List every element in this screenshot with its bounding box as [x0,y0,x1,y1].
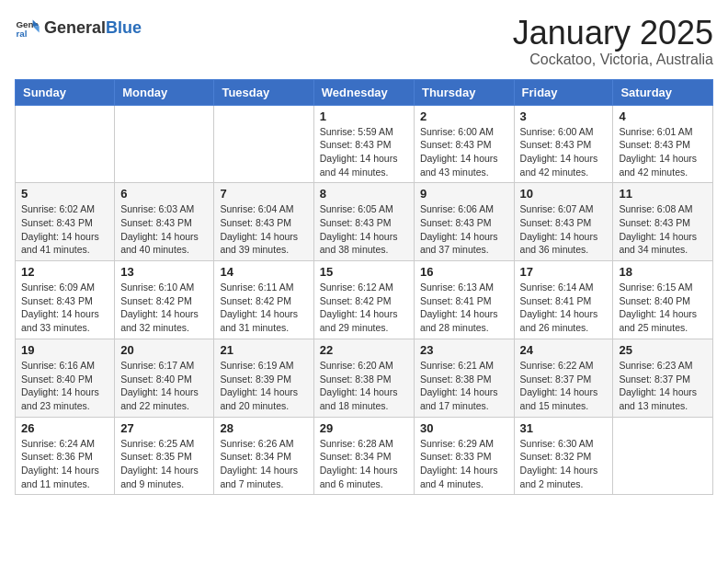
day-number: 13 [120,265,208,279]
day-info: Sunrise: 6:12 AM Sunset: 8:42 PM Dayligh… [320,281,408,335]
day-number: 20 [120,343,208,357]
day-info: Sunrise: 6:24 AM Sunset: 8:36 PM Dayligh… [21,437,108,491]
day-number: 8 [320,187,408,201]
day-info: Sunrise: 6:01 AM Sunset: 8:43 PM Dayligh… [619,125,707,179]
day-info: Sunrise: 6:16 AM Sunset: 8:40 PM Dayligh… [21,359,108,413]
day-info: Sunrise: 6:06 AM Sunset: 8:43 PM Dayligh… [420,202,508,257]
calendar-cell: 12Sunrise: 6:09 AM Sunset: 8:43 PM Dayli… [16,261,115,339]
calendar-cell: 4Sunrise: 6:01 AM Sunset: 8:43 PM Daylig… [613,105,713,183]
day-number: 6 [120,187,208,201]
day-info: Sunrise: 6:11 AM Sunset: 8:42 PM Dayligh… [220,281,307,335]
day-header-thursday: Thursday [414,79,514,105]
day-number: 29 [320,421,408,435]
day-header-saturday: Saturday [613,79,713,105]
day-number: 7 [220,187,307,201]
day-header-row: SundayMondayTuesdayWednesdayThursdayFrid… [16,79,713,105]
calendar-week-1: 1Sunrise: 5:59 AM Sunset: 8:43 PM Daylig… [16,105,713,183]
day-info: Sunrise: 6:00 AM Sunset: 8:43 PM Dayligh… [520,125,608,179]
calendar-cell: 31Sunrise: 6:30 AM Sunset: 8:32 PM Dayli… [514,417,613,495]
logo-icon: Gene ral [15,15,40,40]
day-number: 23 [420,343,508,357]
calendar-week-4: 19Sunrise: 6:16 AM Sunset: 8:40 PM Dayli… [16,339,713,417]
calendar-week-5: 26Sunrise: 6:24 AM Sunset: 8:36 PM Dayli… [16,417,713,495]
logo-general-text: General [44,18,106,37]
day-info: Sunrise: 6:04 AM Sunset: 8:43 PM Dayligh… [220,202,307,257]
calendar-cell: 30Sunrise: 6:29 AM Sunset: 8:33 PM Dayli… [414,417,514,495]
calendar-cell: 22Sunrise: 6:20 AM Sunset: 8:38 PM Dayli… [313,339,414,417]
calendar-cell: 13Sunrise: 6:10 AM Sunset: 8:42 PM Dayli… [115,261,214,339]
day-number: 9 [420,187,508,201]
day-info: Sunrise: 6:00 AM Sunset: 8:43 PM Dayligh… [420,125,508,179]
svg-text:ral: ral [16,29,27,39]
day-header-wednesday: Wednesday [313,79,414,105]
calendar-header: SundayMondayTuesdayWednesdayThursdayFrid… [16,79,713,105]
calendar-cell: 1Sunrise: 5:59 AM Sunset: 8:43 PM Daylig… [313,105,414,183]
calendar-cell [613,417,713,495]
day-header-friday: Friday [514,79,613,105]
calendar-cell: 3Sunrise: 6:00 AM Sunset: 8:43 PM Daylig… [514,105,613,183]
calendar-cell: 24Sunrise: 6:22 AM Sunset: 8:37 PM Dayli… [514,339,613,417]
logo-blue-text: Blue [106,18,142,37]
calendar-cell: 2Sunrise: 6:00 AM Sunset: 8:43 PM Daylig… [414,105,514,183]
day-info: Sunrise: 6:23 AM Sunset: 8:37 PM Dayligh… [619,359,707,413]
calendar-cell: 28Sunrise: 6:26 AM Sunset: 8:34 PM Dayli… [214,417,313,495]
day-number: 10 [520,187,608,201]
calendar-cell [115,105,214,183]
day-number: 11 [619,187,707,201]
calendar-cell: 26Sunrise: 6:24 AM Sunset: 8:36 PM Dayli… [16,417,115,495]
calendar-cell: 7Sunrise: 6:04 AM Sunset: 8:43 PM Daylig… [214,183,313,261]
day-number: 4 [619,109,707,123]
day-info: Sunrise: 6:20 AM Sunset: 8:38 PM Dayligh… [320,359,408,413]
calendar-week-2: 5Sunrise: 6:02 AM Sunset: 8:43 PM Daylig… [16,183,713,261]
day-info: Sunrise: 6:07 AM Sunset: 8:43 PM Dayligh… [520,202,608,257]
day-info: Sunrise: 6:17 AM Sunset: 8:40 PM Dayligh… [120,359,208,413]
day-info: Sunrise: 6:29 AM Sunset: 8:33 PM Dayligh… [420,437,508,491]
calendar-cell [16,105,115,183]
calendar-cell: 10Sunrise: 6:07 AM Sunset: 8:43 PM Dayli… [514,183,613,261]
day-info: Sunrise: 6:25 AM Sunset: 8:35 PM Dayligh… [120,437,208,491]
calendar-cell: 9Sunrise: 6:06 AM Sunset: 8:43 PM Daylig… [414,183,514,261]
calendar-week-3: 12Sunrise: 6:09 AM Sunset: 8:43 PM Dayli… [16,261,713,339]
calendar-cell: 6Sunrise: 6:03 AM Sunset: 8:43 PM Daylig… [115,183,214,261]
calendar-table: SundayMondayTuesdayWednesdayThursdayFrid… [15,79,713,496]
day-number: 30 [420,421,508,435]
day-number: 24 [520,343,608,357]
day-header-tuesday: Tuesday [214,79,313,105]
day-number: 15 [320,265,408,279]
calendar-cell: 14Sunrise: 6:11 AM Sunset: 8:42 PM Dayli… [214,261,313,339]
calendar-cell: 15Sunrise: 6:12 AM Sunset: 8:42 PM Dayli… [313,261,414,339]
day-number: 17 [520,265,608,279]
day-number: 19 [21,343,108,357]
calendar-cell: 25Sunrise: 6:23 AM Sunset: 8:37 PM Dayli… [613,339,713,417]
day-number: 27 [120,421,208,435]
day-number: 16 [420,265,508,279]
day-info: Sunrise: 6:14 AM Sunset: 8:41 PM Dayligh… [520,281,608,335]
calendar-title: January 2025 [513,15,713,52]
day-number: 5 [21,187,108,201]
calendar-body: 1Sunrise: 5:59 AM Sunset: 8:43 PM Daylig… [16,105,713,495]
day-info: Sunrise: 6:28 AM Sunset: 8:34 PM Dayligh… [320,437,408,491]
day-number: 12 [21,265,108,279]
day-info: Sunrise: 6:08 AM Sunset: 8:43 PM Dayligh… [619,202,707,257]
page-header: Gene ral GeneralBlue January 2025 Cockat… [15,15,713,68]
title-section: January 2025 Cockatoo, Victoria, Austral… [513,15,713,68]
calendar-cell: 23Sunrise: 6:21 AM Sunset: 8:38 PM Dayli… [414,339,514,417]
day-info: Sunrise: 6:03 AM Sunset: 8:43 PM Dayligh… [120,202,208,257]
calendar-cell: 20Sunrise: 6:17 AM Sunset: 8:40 PM Dayli… [115,339,214,417]
logo: Gene ral GeneralBlue [15,15,142,40]
day-number: 14 [220,265,307,279]
day-info: Sunrise: 6:15 AM Sunset: 8:40 PM Dayligh… [619,281,707,335]
day-info: Sunrise: 6:09 AM Sunset: 8:43 PM Dayligh… [21,281,108,335]
day-number: 22 [320,343,408,357]
day-number: 21 [220,343,307,357]
day-info: Sunrise: 6:21 AM Sunset: 8:38 PM Dayligh… [420,359,508,413]
day-number: 3 [520,109,608,123]
day-info: Sunrise: 6:05 AM Sunset: 8:43 PM Dayligh… [320,202,408,257]
calendar-cell: 18Sunrise: 6:15 AM Sunset: 8:40 PM Dayli… [613,261,713,339]
calendar-cell: 11Sunrise: 6:08 AM Sunset: 8:43 PM Dayli… [613,183,713,261]
day-info: Sunrise: 5:59 AM Sunset: 8:43 PM Dayligh… [320,125,408,179]
calendar-cell [214,105,313,183]
calendar-cell: 29Sunrise: 6:28 AM Sunset: 8:34 PM Dayli… [313,417,414,495]
calendar-cell: 19Sunrise: 6:16 AM Sunset: 8:40 PM Dayli… [16,339,115,417]
day-number: 26 [21,421,108,435]
